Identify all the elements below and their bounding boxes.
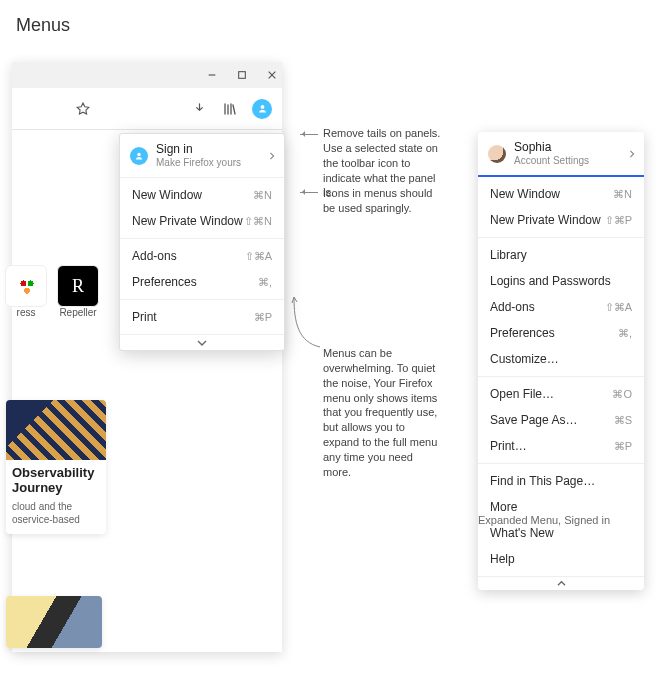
menu-customize[interactable]: Customize… [478, 346, 644, 372]
minimize-icon[interactable] [206, 69, 218, 81]
menu-addons[interactable]: Add-ons⇧⌘A [120, 243, 284, 269]
user-icon [130, 147, 148, 165]
page-title: Menus [16, 15, 70, 36]
window-titlebar [12, 62, 282, 88]
menu-find-in-page[interactable]: Find in This Page… [478, 468, 644, 494]
svg-point-5 [137, 152, 140, 155]
top-site-wordpress[interactable]: ress [5, 265, 47, 318]
library-icon[interactable] [222, 102, 236, 116]
browser-toolbar [12, 88, 282, 130]
pocket-card[interactable]: Observability Journey cloud and the oser… [6, 400, 106, 534]
top-site-label: ress [5, 307, 47, 318]
app-menu-simple: Sign in Make Firefox yours New Window⌘N … [119, 133, 285, 351]
pocket-card-image[interactable] [6, 596, 102, 648]
download-icon[interactable] [193, 102, 206, 115]
top-site-label: Repeller [57, 307, 99, 318]
menu-library[interactable]: Library [478, 242, 644, 268]
menu-new-private-window[interactable]: New Private Window⇧⌘P [478, 207, 644, 233]
menu-preferences[interactable]: Preferences⌘, [478, 320, 644, 346]
account-subtitle: Account Settings [514, 155, 589, 167]
menu-help[interactable]: Help [478, 546, 644, 572]
expanded-menu-caption: Expanded Menu, Signed in [478, 514, 610, 526]
menu-new-window[interactable]: New Window⌘N [478, 181, 644, 207]
account-name: Sophia [514, 141, 589, 155]
annotation-expand-note: Menus can be overwhelming. To quiet the … [323, 346, 443, 480]
menu-signin-header[interactable]: Sign in Make Firefox yours [120, 134, 284, 178]
chevron-right-icon [268, 149, 276, 163]
menu-account-header[interactable]: Sophia Account Settings [478, 132, 644, 177]
menu-print[interactable]: Print⌘P [120, 304, 284, 330]
annotation-icons-sparingly: Icons in menus should be used sparingly. [323, 186, 433, 216]
account-avatar-icon[interactable] [252, 99, 272, 119]
menu-save-page[interactable]: Save Page As…⌘S [478, 407, 644, 433]
close-icon[interactable] [266, 69, 278, 81]
top-site-repeller[interactable]: R Repeller [57, 265, 99, 318]
maximize-icon[interactable] [236, 69, 248, 81]
menu-collapse-chevron[interactable] [478, 576, 644, 590]
menu-expand-chevron[interactable] [120, 334, 284, 350]
signin-title: Sign in [156, 143, 241, 157]
menu-open-file[interactable]: Open File…⌘O [478, 381, 644, 407]
bookmark-star-icon[interactable] [76, 102, 90, 116]
menu-addons[interactable]: Add-ons⇧⌘A [478, 294, 644, 320]
chevron-right-icon [628, 147, 636, 161]
menu-preferences[interactable]: Preferences⌘, [120, 269, 284, 295]
pocket-card-image [6, 400, 106, 460]
pocket-card-desc: cloud and the oservice-based [12, 500, 100, 526]
top-sites-row: ress R Repeller [5, 265, 99, 318]
svg-rect-1 [239, 72, 246, 79]
avatar-icon [488, 145, 506, 163]
menu-new-private-window[interactable]: New Private Window⇧⌘N [120, 208, 284, 234]
arrow-icon [300, 134, 318, 135]
menu-logins[interactable]: Logins and Passwords [478, 268, 644, 294]
signin-subtitle: Make Firefox yours [156, 157, 241, 169]
svg-point-4 [260, 105, 264, 109]
menu-new-window[interactable]: New Window⌘N [120, 182, 284, 208]
arrow-icon [300, 192, 318, 193]
pocket-card-title: Observability Journey [12, 466, 100, 496]
menu-print[interactable]: Print…⌘P [478, 433, 644, 459]
